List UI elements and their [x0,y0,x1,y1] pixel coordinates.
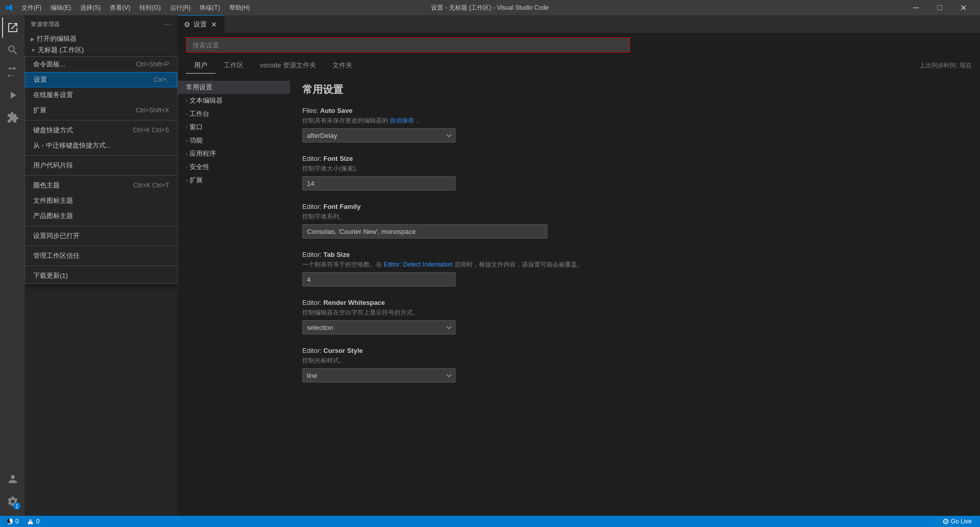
maximize-button[interactable]: □ [928,0,951,15]
render-whitespace-select[interactable]: none boundary selection trailing all [302,320,456,334]
close-button[interactable]: ✕ [951,0,975,15]
activity-source-control[interactable] [2,62,22,83]
setting-font-size: Editor: Font Size 控制字体大小(像素)。 [302,155,968,190]
cursor-style-select[interactable]: line block underline line-thin block-out… [302,368,456,382]
go-live-button[interactable]: Go Live [939,516,976,527]
setting-render-whitespace-desc: 控制编辑器在空白字符上显示符号的方式。 [302,308,968,317]
desc-suffix: 。 [416,117,422,124]
menu-divider [25,266,177,266]
minimize-button[interactable]: ─ [904,0,928,15]
menu-file[interactable]: 文件(F) [17,3,45,13]
title-bar: 文件(F) 编辑(E) 选择(S) 查看(V) 转到(G) 运行(R) 终端(T… [0,0,980,15]
settings-sidebar-security[interactable]: › 安全性 [178,160,290,174]
settings-sidebar-common[interactable]: 常用设置 [178,81,290,94]
keyboard-shortcut: Ctrl+K Ctrl+S [133,127,169,134]
go-live-label: Go Live [951,518,972,525]
setting-font-family-label: Editor: Font Family [302,203,968,210]
activity-account[interactable] [2,469,22,489]
setting-files-autosave: Files: Auto Save 控制具有未保存更改的编辑器的 自动保存 。 o… [302,107,968,142]
menu-run[interactable]: 运行(R) [166,3,195,13]
menu-item-command-palette[interactable]: 命令面板... Ctrl+Shift+P [25,57,177,72]
status-warnings[interactable]: 0 [25,516,42,527]
settings-shortcut: Ctrl+, [154,76,169,83]
window-label: 窗口 [189,123,203,132]
setting-font-family-desc: 控制字体系列。 [302,212,968,221]
menu-goto[interactable]: 转到(G) [135,3,164,13]
setting-label-prefix: Editor: [302,347,323,354]
settings-sidebar-features[interactable]: › 功能 [178,134,290,147]
extensions-shortcut: Ctrl+Shift+X [136,107,169,114]
autosave-link[interactable]: 自动保存 [390,117,414,124]
menu-item-file-icon-theme[interactable]: 文件图标主题 [25,193,177,208]
command-palette-label: 命令面板... [33,60,65,69]
menu-item-download-update[interactable]: 下载更新(1) [25,268,177,283]
settings-search-bar [178,33,980,57]
status-bar: 0 0 Go Live [0,516,980,527]
extensions-sidebar-label: 扩展 [189,176,203,185]
menu-item-color-theme[interactable]: 颜色主题 Ctrl+K Ctrl+T [25,178,177,193]
menu-item-workspace-trust[interactable]: 管理工作区信任 [25,248,177,264]
settings-sidebar-application[interactable]: › 应用程序 [178,147,290,160]
tab-settings-label: 设置 [194,20,207,29]
font-family-input[interactable] [302,224,547,238]
activity-search[interactable] [2,40,22,60]
desc-text: 一个制表符等于的空格数。在 [302,261,382,268]
menu-divider [25,246,177,246]
menu-item-product-icon-theme[interactable]: 产品图标主题 [25,208,177,224]
menu-item-settings[interactable]: 设置 Ctrl+, [25,72,177,87]
warning-icon [27,518,34,525]
sidebar-more-icon[interactable]: ··· [164,20,172,29]
settings-sidebar-window[interactable]: › 窗口 [178,121,290,134]
menu-item-extensions[interactable]: 扩展 Ctrl+Shift+X [25,103,177,118]
tree-open-editors[interactable]: ▶ 打开的编辑器 [25,33,178,44]
setting-cursor-style-label: Editor: Cursor Style [302,347,968,354]
desc-suffix: 启用时，根据文件内容，该设置可能会被覆盖。 [455,261,583,268]
settings-sidebar: 常用设置 › 文本编辑器 › 工作台 › 窗口 › 功 [178,75,290,516]
menu-item-sync[interactable]: 设置同步已打开 [25,228,177,244]
setting-label-bold: Auto Save [320,107,353,114]
menu-item-user-snippets[interactable]: 用户代码片段 [25,158,177,173]
setting-label-prefix: Editor: [302,155,323,162]
settings-tab-user[interactable]: 用户 [186,58,216,74]
menu-item-online-services[interactable]: 在线服务设置 [25,87,177,103]
status-bar-right: Go Live [939,516,976,527]
settings-sidebar-workbench[interactable]: › 工作台 [178,107,290,121]
settings-search-input[interactable] [186,37,630,53]
menu-item-keyboard[interactable]: 键盘快捷方式 Ctrl+K Ctrl+S [25,123,177,138]
activity-run-debug[interactable] [2,85,22,105]
menu-item-migrate-keyboard[interactable]: 从 - 中迁移键盘快捷方式... [25,138,177,153]
settings-sidebar-extensions[interactable]: › 扩展 [178,174,290,187]
sidebar: 资源管理器 ··· ▶ 打开的编辑器 ▼ 无标题 (工作区) ▼ 📁 vscod… [25,15,178,516]
online-services-label: 在线服务设置 [33,90,73,100]
menu-selection[interactable]: 选择(S) [76,3,105,13]
menu-terminal[interactable]: 终端(T) [196,3,224,13]
settings-body: 常用设置 › 文本编辑器 › 工作台 › 窗口 › 功 [178,75,980,516]
menu-help[interactable]: 帮助(H) [225,3,254,13]
status-errors[interactable]: 0 [4,516,21,527]
chevron-icon: › [186,151,187,157]
font-size-input[interactable] [302,176,456,190]
dropdown-menu: 命令面板... Ctrl+Shift+P 设置 Ctrl+, 在线服务设置 扩展… [25,56,178,284]
tab-size-input[interactable] [302,272,456,286]
menu-view[interactable]: 查看(V) [106,3,134,13]
settings-tab-vscode-folder[interactable]: vscode 资源文件夹 [252,58,324,74]
activity-explorer[interactable] [2,17,22,38]
activity-settings[interactable]: 1 [2,491,22,512]
tab-close-icon[interactable]: ✕ [210,20,218,29]
settings-nav-left: 用户 工作区 vscode 资源文件夹 文件夹 [186,58,361,74]
tree-workspace[interactable]: ▼ 无标题 (工作区) [25,44,178,56]
detect-indentation-link[interactable]: Editor: Detect Indentation [384,261,452,268]
migrate-keyboard-label: 从 - 中迁移键盘快捷方式... [33,141,111,150]
product-icon-theme-label: 产品图标主题 [33,211,73,221]
tab-settings[interactable]: ⚙ 设置 ✕ [178,15,225,33]
settings-sidebar-text-editor[interactable]: › 文本编辑器 [178,94,290,107]
autosave-select[interactable]: off afterDelay onFocusChange onWindowCha… [302,128,456,142]
setting-label-bold: Cursor Style [323,347,363,354]
tab-bar: ⚙ 设置 ✕ [178,15,980,33]
activity-extensions[interactable] [2,107,22,128]
menu-edit[interactable]: 编辑(E) [46,3,75,13]
menu-divider [25,155,177,156]
window-title: 设置 - 无标题 (工作区) - Visual Studio Code [431,4,549,12]
settings-tab-workspace[interactable]: 工作区 [216,58,252,74]
settings-tab-folder[interactable]: 文件夹 [324,58,361,74]
